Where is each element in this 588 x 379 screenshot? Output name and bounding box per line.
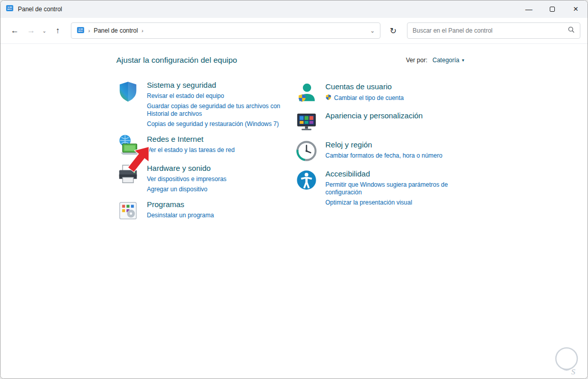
- category-title-programs[interactable]: Programas: [147, 199, 285, 209]
- link-windows-suggest-settings[interactable]: Permitir que Windows sugiera parámetros …: [325, 181, 453, 196]
- back-button[interactable]: ←: [8, 23, 22, 38]
- address-dropdown-icon[interactable]: ⌄: [370, 28, 375, 34]
- network-globe-icon[interactable]: [116, 134, 140, 157]
- personalization-monitor-icon[interactable]: [295, 110, 318, 134]
- link-uninstall-program[interactable]: Desinstalar un programa: [147, 212, 285, 219]
- category-system-security: Sistema y seguridad Revisar el estado de…: [116, 80, 288, 128]
- category-appearance-personalization: Apariencia y personalización: [295, 110, 453, 134]
- user-account-icon[interactable]: [295, 81, 318, 105]
- category-accessibility: Accesibilidad Permitir que Windows sugie…: [295, 168, 453, 207]
- title-bar: Panel de control — ×: [1, 1, 587, 18]
- security-shield-icon[interactable]: [116, 80, 140, 103]
- minimize-icon: —: [525, 5, 532, 13]
- svg-text:s: s: [571, 364, 576, 376]
- link-change-date-formats[interactable]: Cambiar formatos de fecha, hora o número: [325, 152, 453, 160]
- category-title-accessibility[interactable]: Accesibilidad: [325, 169, 453, 179]
- back-icon: ←: [11, 26, 19, 35]
- link-change-account-type[interactable]: Cambiar el tipo de cuenta: [325, 94, 453, 103]
- link-view-network-status[interactable]: Ver el estado y las tareas de red: [147, 146, 285, 154]
- caret-down-icon: ▾: [462, 58, 465, 63]
- up-button[interactable]: ↑: [50, 23, 65, 38]
- refresh-icon: ↻: [390, 26, 396, 36]
- watermark-logo: s: [553, 345, 582, 378]
- view-by-dropdown[interactable]: Categoría ▾: [432, 57, 464, 64]
- link-add-device[interactable]: Agregar un dispositivo: [147, 186, 285, 193]
- refresh-button[interactable]: ↻: [386, 23, 401, 38]
- forward-icon: →: [27, 26, 35, 35]
- up-icon: ↑: [56, 26, 60, 35]
- page-title: Ajustar la configuración del equipo: [116, 56, 237, 65]
- category-network-internet: Redes e Internet Ver el estado y las tar…: [116, 134, 288, 157]
- view-by-value: Categoría: [432, 57, 459, 64]
- window-controls: — ×: [517, 1, 587, 18]
- search-input[interactable]: [413, 27, 564, 34]
- view-by-control: Ver por: Categoría ▾: [406, 57, 464, 64]
- left-column: Sistema y seguridad Revisar el estado de…: [116, 80, 288, 222]
- search-icon[interactable]: [568, 26, 575, 35]
- content-area: Ajustar la configuración del equipo Ver …: [1, 44, 587, 379]
- control-panel-breadcrumb-icon: [76, 26, 85, 36]
- category-title-clock-region[interactable]: Reloj y región: [325, 140, 453, 149]
- category-programs: Programas Desinstalar un programa: [116, 199, 288, 222]
- link-file-history-backup[interactable]: Guardar copias de seguridad de tus archi…: [147, 103, 285, 118]
- maximize-button[interactable]: [541, 1, 564, 18]
- breadcrumb-root[interactable]: Panel de control: [94, 27, 138, 34]
- link-optimize-visual-display[interactable]: Optimizar la presentación visual: [325, 199, 453, 207]
- printer-icon[interactable]: [116, 163, 140, 186]
- breadcrumb-chevron-icon[interactable]: ›: [88, 28, 90, 34]
- category-title-user-accounts[interactable]: Cuentas de usuario: [325, 82, 453, 91]
- search-box: [407, 22, 580, 39]
- minimize-button[interactable]: —: [517, 1, 541, 18]
- forward-button[interactable]: →: [24, 23, 38, 38]
- window-title: Panel de control: [18, 6, 62, 13]
- breadcrumb-chevron-icon[interactable]: ›: [141, 28, 143, 34]
- category-clock-region: Reloj y región Cambiar formatos de fecha…: [295, 139, 453, 163]
- navigation-toolbar: ← → ⌄ ↑ › Panel de control › ⌄ ↻: [1, 18, 587, 44]
- clock-icon[interactable]: [295, 139, 318, 163]
- link-view-devices-printers[interactable]: Ver dispositivos e impresoras: [147, 175, 285, 183]
- control-panel-app-icon: [6, 4, 14, 14]
- category-title-network-internet[interactable]: Redes e Internet: [147, 134, 285, 144]
- link-check-computer-status[interactable]: Revisar el estado del equipo: [147, 92, 285, 100]
- recent-locations-button[interactable]: ⌄: [40, 23, 48, 38]
- uac-shield-icon: [325, 94, 331, 103]
- chevron-down-icon: ⌄: [42, 28, 46, 34]
- view-by-label: Ver por:: [406, 57, 427, 64]
- category-title-appearance[interactable]: Apariencia y personalización: [325, 111, 453, 120]
- programs-window-icon[interactable]: [116, 199, 140, 222]
- right-column: Cuentas de usuario Cambiar el tipo de cu…: [295, 81, 453, 207]
- close-button[interactable]: ×: [564, 1, 587, 18]
- link-change-account-type-label: Cambiar el tipo de cuenta: [334, 94, 404, 102]
- category-title-hardware-sound[interactable]: Hardware y sonido: [147, 163, 285, 173]
- category-title-system-security[interactable]: Sistema y seguridad: [147, 80, 285, 90]
- address-bar[interactable]: › Panel de control › ⌄: [71, 22, 380, 39]
- accessibility-icon[interactable]: [295, 168, 318, 192]
- category-hardware-sound: Hardware y sonido Ver dispositivos e imp…: [116, 163, 288, 193]
- control-panel-window: Panel de control — × ← → ⌄ ↑ › Panel de …: [0, 0, 588, 379]
- maximize-icon: [550, 7, 555, 12]
- link-backup-restore-windows7[interactable]: Copias de seguridad y restauración (Wind…: [147, 120, 285, 128]
- close-icon: ×: [573, 4, 578, 14]
- category-user-accounts: Cuentas de usuario Cambiar el tipo de cu…: [295, 81, 453, 105]
